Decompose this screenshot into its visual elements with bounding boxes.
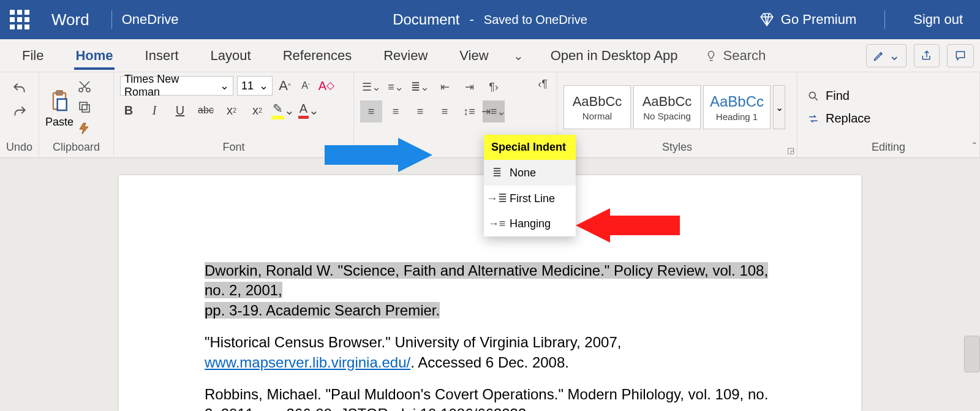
align-right-button[interactable]: ≡ xyxy=(409,100,431,123)
cut-icon[interactable] xyxy=(77,79,92,94)
special-indent-dropdown: Special Indent ≣ None →≣ First Line →≡ H… xyxy=(484,135,576,236)
indent-firstline-item[interactable]: →≣ First Line xyxy=(484,186,576,211)
svg-rect-6 xyxy=(80,102,87,110)
font-size-value: 11 xyxy=(241,80,254,92)
styles-more-button[interactable]: ⌄ xyxy=(773,85,785,129)
red-arrow-annotation xyxy=(576,208,680,243)
comments-button[interactable] xyxy=(947,44,974,67)
comment-icon xyxy=(954,50,967,62)
highlight-button[interactable]: ✎⌄ xyxy=(274,102,292,119)
font-name-select[interactable]: Times New Roman⌄ xyxy=(120,76,233,96)
doc-name[interactable]: Document xyxy=(393,11,459,28)
grow-font-icon[interactable]: A^ xyxy=(276,77,293,94)
bullets-button[interactable]: ☰⌄ xyxy=(360,76,382,98)
numbering-button[interactable]: ≡⌄ xyxy=(385,76,407,98)
dropdown-header: Special Indent xyxy=(484,135,576,160)
divider xyxy=(884,10,885,29)
open-in-desktop-button[interactable]: Open in Desktop App xyxy=(532,48,696,64)
align-center-button[interactable]: ≡ xyxy=(385,100,407,123)
selected-text: pp. 3-19. Academic Search Premier. xyxy=(205,302,440,319)
scrollbar-thumb[interactable] xyxy=(964,336,980,372)
share-icon xyxy=(921,50,933,62)
font-name-value: Times New Roman xyxy=(124,73,215,99)
style-sample: AaBbCc xyxy=(710,93,764,110)
special-indent-button[interactable]: ⇥≡⌄ xyxy=(483,100,505,123)
selected-text: Dworkin, Ronald W. "Science, Faith and A… xyxy=(205,262,768,298)
group-undo: Undo xyxy=(0,72,39,157)
increase-indent-button[interactable]: ⇥ xyxy=(458,76,480,98)
share-button[interactable] xyxy=(914,44,940,67)
svg-marker-9 xyxy=(576,208,680,243)
style-name: No Spacing xyxy=(643,111,691,121)
ltr-button[interactable]: ¶› xyxy=(483,76,505,98)
align-left-button[interactable]: ≡ xyxy=(360,100,382,123)
style-normal[interactable]: AaBbCc Normal xyxy=(564,85,631,129)
group-label-undo: Undo xyxy=(6,138,32,156)
sign-out-button[interactable]: Sign out xyxy=(913,12,963,28)
paste-button[interactable]: Paste xyxy=(45,86,74,129)
align-justify-button[interactable]: ≡ xyxy=(434,100,456,123)
clipboard-icon xyxy=(47,86,72,116)
apps-grid-icon xyxy=(10,10,29,29)
underline-button[interactable]: U xyxy=(172,102,189,119)
style-heading1[interactable]: AaBbCc Heading 1 xyxy=(703,85,771,129)
style-nospacing[interactable]: AaBbCc No Spacing xyxy=(633,85,701,129)
strike-button[interactable]: abc xyxy=(197,102,214,119)
tab-layout[interactable]: Layout xyxy=(195,42,267,70)
copy-icon[interactable] xyxy=(77,100,92,115)
tab-insert[interactable]: Insert xyxy=(129,42,195,70)
superscript-button[interactable]: x2 xyxy=(249,102,266,119)
tab-review[interactable]: Review xyxy=(368,42,443,70)
indent-none-label: None xyxy=(510,167,536,179)
replace-icon xyxy=(807,113,820,125)
hyperlink[interactable]: www.mapserver.lib.virginia.edu/ xyxy=(205,354,410,371)
svg-marker-8 xyxy=(325,138,432,172)
italic-button[interactable]: I xyxy=(146,102,163,119)
tab-file[interactable]: File xyxy=(6,42,59,70)
divider xyxy=(111,10,112,29)
tab-home[interactable]: Home xyxy=(59,42,129,70)
style-name: Normal xyxy=(582,111,612,121)
undo-icon[interactable] xyxy=(10,81,29,97)
collapse-ribbon-icon[interactable]: ˆ xyxy=(973,141,976,154)
format-painter-icon[interactable] xyxy=(77,121,92,135)
indent-hanging-item[interactable]: →≡ Hanging xyxy=(484,211,576,236)
style-name: Heading 1 xyxy=(716,111,758,122)
line-spacing-button[interactable]: ↕≡ xyxy=(458,100,480,123)
app-launcher-button[interactable] xyxy=(0,0,39,39)
chevron-down-icon: ⌄ xyxy=(889,48,900,64)
multilevel-button[interactable]: ≣⌄ xyxy=(409,76,431,98)
lightbulb-icon xyxy=(705,48,717,63)
editing-mode-button[interactable]: ⌄ xyxy=(866,44,907,67)
indent-first-label: First Line xyxy=(510,192,555,205)
doc-sep: - xyxy=(470,12,474,28)
redo-icon[interactable] xyxy=(10,104,29,120)
styles-dialog-launcher-icon[interactable]: ◲ xyxy=(787,146,794,155)
search-label: Search xyxy=(723,48,766,64)
clear-format-icon[interactable]: A◇ xyxy=(318,77,335,94)
replace-button[interactable]: Replace xyxy=(804,110,874,127)
tab-view[interactable]: View xyxy=(443,42,504,70)
search-icon xyxy=(807,90,820,102)
decrease-indent-button[interactable]: ⇤ xyxy=(434,76,456,98)
group-clipboard: Paste Clipboard xyxy=(39,72,114,157)
tab-references[interactable]: References xyxy=(267,42,368,70)
search-box[interactable]: Search xyxy=(696,48,775,64)
shrink-font-icon[interactable]: Aˇ xyxy=(297,77,314,94)
app-name[interactable]: Word xyxy=(51,10,89,29)
service-name[interactable]: OneDrive xyxy=(122,12,179,28)
citation-text: "Historical Census Browser." University … xyxy=(205,334,621,350)
style-sample: AaBbCc xyxy=(573,94,622,110)
citation-2[interactable]: "Historical Census Browser." University … xyxy=(205,333,775,372)
citation-3[interactable]: Robbins, Michael. "Paul Muldoon's Covert… xyxy=(205,385,775,411)
font-size-select[interactable]: 11⌄ xyxy=(237,76,273,96)
bold-button[interactable]: B xyxy=(120,102,137,119)
find-button[interactable]: Find xyxy=(804,88,853,104)
subscript-button[interactable]: x2 xyxy=(223,102,240,119)
rtl-button[interactable]: ‹¶ xyxy=(537,77,548,91)
more-tabs-chevron-icon[interactable]: ⌄ xyxy=(505,48,532,63)
go-premium-button[interactable]: Go Premium xyxy=(759,12,856,28)
indent-none-item[interactable]: ≣ None xyxy=(484,160,576,186)
citation-1[interactable]: Dworkin, Ronald W. "Science, Faith and A… xyxy=(205,261,775,320)
font-color-button[interactable]: A⌄ xyxy=(300,102,317,119)
